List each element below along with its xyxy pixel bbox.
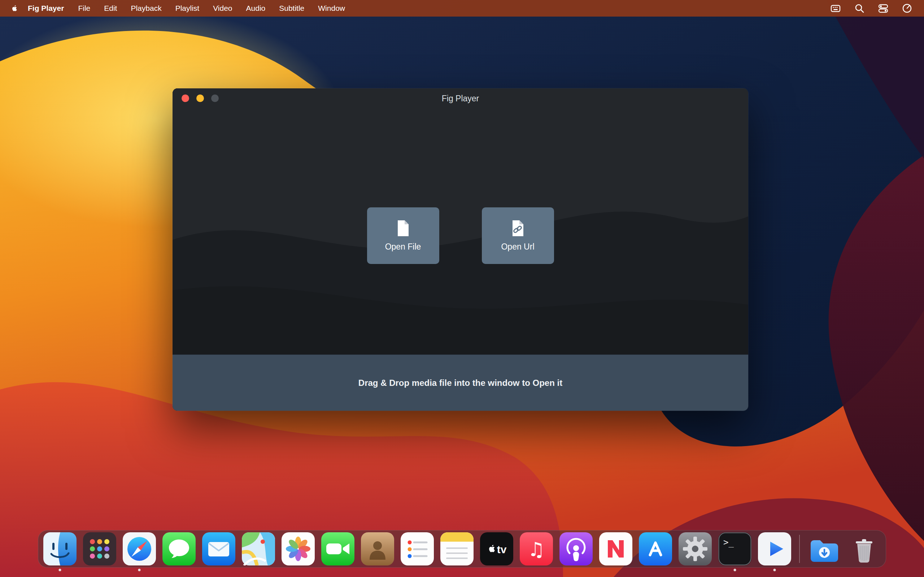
dock-news-icon[interactable] bbox=[599, 532, 632, 566]
apple-menu[interactable] bbox=[9, 4, 23, 13]
dock-trash-icon[interactable] bbox=[848, 532, 881, 566]
menu-window[interactable]: Window bbox=[311, 4, 352, 13]
svg-text:♫: ♫ bbox=[528, 538, 545, 561]
dock-messages-icon[interactable] bbox=[162, 532, 195, 566]
menubar-app-name[interactable]: Fig Player bbox=[23, 4, 71, 13]
menu-file[interactable]: File bbox=[71, 4, 97, 13]
dock-facetime-icon[interactable] bbox=[321, 532, 354, 566]
control-center-icon[interactable] bbox=[878, 3, 888, 14]
dock-reminders-icon[interactable] bbox=[401, 532, 434, 566]
window-title: Fig Player bbox=[442, 94, 479, 103]
dock-settings-icon[interactable] bbox=[678, 532, 712, 566]
file-icon bbox=[396, 220, 410, 237]
dock-figplayer-icon[interactable] bbox=[758, 532, 791, 566]
open-file-button[interactable]: Open File bbox=[367, 207, 439, 264]
open-file-label: Open File bbox=[385, 242, 421, 252]
spotlight-icon[interactable] bbox=[854, 3, 865, 14]
minimize-button[interactable] bbox=[196, 95, 204, 102]
dock-finder-icon[interactable] bbox=[43, 532, 76, 566]
dock-appstore-icon[interactable] bbox=[639, 532, 672, 566]
open-url-label: Open Url bbox=[501, 242, 534, 252]
dock-tv-icon[interactable]: tv bbox=[480, 532, 513, 566]
drop-hint-text: Drag & Drop media file into the window t… bbox=[359, 378, 562, 388]
dock-notes-icon[interactable] bbox=[440, 532, 473, 566]
svg-text:>_: >_ bbox=[723, 537, 734, 548]
traffic-lights bbox=[181, 95, 219, 102]
gauge-icon[interactable] bbox=[901, 3, 913, 14]
open-actions: Open File Open Url bbox=[173, 207, 748, 264]
menu-playback[interactable]: Playback bbox=[124, 4, 168, 13]
dock-terminal-icon[interactable]: >_ bbox=[718, 532, 751, 566]
menu-audio[interactable]: Audio bbox=[239, 4, 273, 13]
menu-edit[interactable]: Edit bbox=[97, 4, 124, 13]
close-button[interactable] bbox=[181, 95, 189, 102]
dock-safari-icon[interactable] bbox=[123, 532, 156, 566]
svg-text:tv: tv bbox=[497, 543, 507, 555]
apple-logo-icon bbox=[11, 4, 18, 13]
menu-bar: Fig Player File Edit Playback Playlist V… bbox=[0, 0, 924, 16]
window-titlebar[interactable]: Fig Player bbox=[173, 89, 748, 108]
dock-mail-icon[interactable] bbox=[202, 532, 235, 566]
zoom-button-disabled bbox=[211, 95, 219, 102]
dock: tv ♫ bbox=[38, 530, 886, 567]
dock-podcasts-icon[interactable] bbox=[559, 532, 593, 566]
input-source-icon[interactable] bbox=[830, 3, 841, 14]
menu-playlist[interactable]: Playlist bbox=[168, 4, 207, 13]
dock-contacts-icon[interactable] bbox=[361, 532, 394, 566]
dock-music-icon[interactable]: ♫ bbox=[520, 532, 553, 566]
dock-maps-icon[interactable] bbox=[242, 532, 275, 566]
fig-player-window: Fig Player Open File Open Url bbox=[173, 89, 748, 411]
dock-launchpad-icon[interactable] bbox=[83, 532, 116, 566]
menubar-status-area bbox=[830, 3, 915, 14]
dock-photos-icon[interactable] bbox=[281, 532, 315, 566]
dock-downloads-icon[interactable] bbox=[808, 532, 841, 566]
menu-video[interactable]: Video bbox=[206, 4, 239, 13]
link-file-icon bbox=[511, 220, 525, 237]
dock-separator bbox=[799, 535, 800, 563]
menu-subtitle[interactable]: Subtitle bbox=[272, 4, 311, 13]
open-url-button[interactable]: Open Url bbox=[482, 207, 554, 264]
drop-zone-footer[interactable]: Drag & Drop media file into the window t… bbox=[173, 355, 748, 411]
